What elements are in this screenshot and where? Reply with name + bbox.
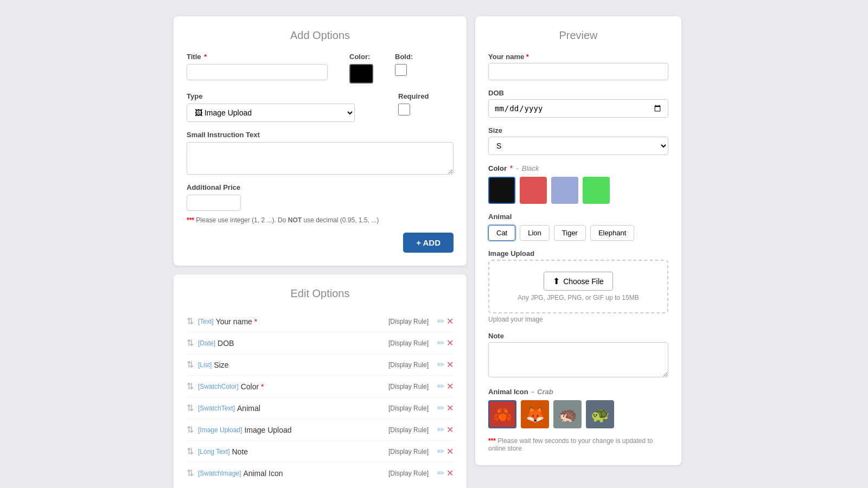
add-options-card: Add Options Title * Color: Bold: [174,16,467,266]
color-section-label: Color [488,164,507,172]
color-swatch-black[interactable] [488,177,515,204]
preview-size-label: Size [488,126,668,134]
preview-image-upload-section: Image Upload ⬆ Choose File Any JPG, JPEG… [488,249,668,323]
color-swatch-purple[interactable] [551,177,578,204]
animal-icon-fox[interactable]: 🦊 [521,400,549,428]
preview-note-section: Note [488,332,668,379]
add-button[interactable]: + ADD [403,233,454,253]
instruction-textarea[interactable] [187,142,454,175]
edit-pencil-button[interactable]: ✏ [437,425,444,435]
color-swatches [488,177,668,204]
required-group: Required [398,92,429,115]
drag-handle[interactable]: ⇅ [187,381,194,391]
color-label: Color: [349,53,373,61]
delete-button[interactable]: ✕ [446,338,454,348]
table-row: ⇅ [Long Text] Note [Display Rule] ✏ ✕ [187,441,454,463]
required-checkbox[interactable] [398,104,410,115]
drag-handle[interactable]: ⇅ [187,425,194,435]
drag-handle[interactable]: ⇅ [187,468,194,478]
delete-button[interactable]: ✕ [446,403,454,413]
animal-label: Animal [488,213,668,221]
color-swatch[interactable] [349,64,373,84]
delete-button[interactable]: ✕ [446,381,454,391]
choose-file-button[interactable]: ⬆ Choose File [544,272,613,291]
edit-pencil-button[interactable]: ✏ [437,359,444,370]
upload-hint: Any JPG, JPEG, PNG, or GIF up to 15MB [500,294,656,301]
animal-tiger-button[interactable]: Tiger [554,225,586,241]
type-select[interactable]: 🖼 Image Upload Text Date List SwatchColo… [187,104,355,122]
drag-handle[interactable]: ⇅ [187,403,194,413]
delete-button[interactable]: ✕ [446,359,454,370]
display-rule-btn[interactable]: [Display Rule] [388,361,429,369]
preview-name-section: Your name * [488,53,668,80]
drag-handle[interactable]: ⇅ [187,316,194,326]
display-rule-btn[interactable]: [Display Rule] [388,448,429,455]
animal-lion-button[interactable]: Lion [520,225,550,241]
drag-handle[interactable]: ⇅ [187,446,194,457]
type-group: Type 🖼 Image Upload Text Date List Swatc… [187,92,355,122]
table-row: ⇅ [SwatchImage] Animal Icon [Display Rul… [187,463,454,484]
price-input[interactable]: 0 [187,195,241,211]
display-rule-btn[interactable]: [Display Rule] [388,318,429,325]
animal-icon-turtle[interactable]: 🐢 [586,400,614,428]
preview-dob-input[interactable] [488,99,668,118]
edit-pencil-button[interactable]: ✏ [437,468,444,478]
preview-size-select[interactable]: S M L XL [488,137,668,155]
upload-icon: ⬆ [553,276,560,286]
color-label-row: Color * - Black [488,164,668,172]
delete-button[interactable]: ✕ [446,468,454,478]
preview-color-section: Color * - Black [488,164,668,204]
display-rule-btn[interactable]: [Display Rule] [388,426,429,434]
title-input[interactable] [187,64,328,80]
price-group: Additional Price 0 *** Please use intege… [187,183,454,224]
price-label: Additional Price [187,183,454,191]
drag-handle[interactable]: ⇅ [187,338,194,348]
instruction-label: Small Instruction Text [187,131,454,139]
drag-handle[interactable]: ⇅ [187,359,194,370]
preview-animal-section: Animal Cat Lion Tiger Elephant [488,213,668,241]
display-rule-btn[interactable]: [Display Rule] [388,383,429,390]
preview-animal-icon-section: Animal Icon - Crab 🦀 🦊 🦔 🐢 [488,388,668,428]
delete-button[interactable]: ✕ [446,316,454,326]
edit-pencil-button[interactable]: ✏ [437,446,444,457]
animal-icon-crab[interactable]: 🦀 [488,400,516,428]
color-group: Color: [349,53,373,84]
delete-button[interactable]: ✕ [446,425,454,435]
edit-pencil-button[interactable]: ✏ [437,403,444,413]
display-rule-btn[interactable]: [Display Rule] [388,339,429,347]
required-label: Required [398,92,429,100]
delete-button[interactable]: ✕ [446,446,454,457]
edit-options-card: Edit Options ⇅ [Text] Your name * [Displ… [174,274,467,488]
animal-elephant-button[interactable]: Elephant [590,225,634,241]
display-rule-btn[interactable]: [Display Rule] [388,404,429,412]
animal-icon-selected: Crab [537,388,553,396]
bold-group: Bold: [395,53,413,76]
table-row: ⇅ [Text] Your name * [Display Rule] ✏ ✕ [187,311,454,332]
title-group: Title * [187,53,328,80]
note-textarea[interactable] [488,342,668,377]
animal-icon-hedgehog[interactable]: 🦔 [553,400,582,428]
edit-pencil-button[interactable]: ✏ [437,316,444,326]
edit-options-title: Edit Options [187,287,454,300]
animal-buttons: Cat Lion Tiger Elephant [488,225,668,241]
color-swatch-green[interactable] [583,177,610,204]
preview-size-section: Size S M L XL [488,126,668,155]
price-warning: *** Please use integer (1, 2 ...). Do NO… [187,216,454,224]
table-row: ⇅ [Image Upload] Image Upload [Display R… [187,419,454,441]
type-label: Type [187,92,355,100]
table-row: ⇅ [List] Size [Display Rule] ✏ ✕ [187,354,454,376]
preview-name-input[interactable] [488,63,668,80]
bold-checkbox[interactable] [395,64,407,76]
note-label: Note [488,332,668,340]
edit-list: ⇅ [Text] Your name * [Display Rule] ✏ ✕ … [187,311,454,484]
color-swatch-red[interactable] [520,177,547,204]
preview-dob-section: DOB [488,89,668,118]
animal-cat-button[interactable]: Cat [488,225,515,241]
animal-icon-label: Animal Icon - Crab [488,388,668,396]
preview-card: Preview Your name * DOB Size S M [475,16,681,465]
edit-pencil-button[interactable]: ✏ [437,381,444,391]
display-rule-btn[interactable]: [Display Rule] [388,470,429,477]
preview-title: Preview [488,29,668,42]
edit-pencil-button[interactable]: ✏ [437,338,444,348]
add-btn-row: + ADD [187,228,454,253]
